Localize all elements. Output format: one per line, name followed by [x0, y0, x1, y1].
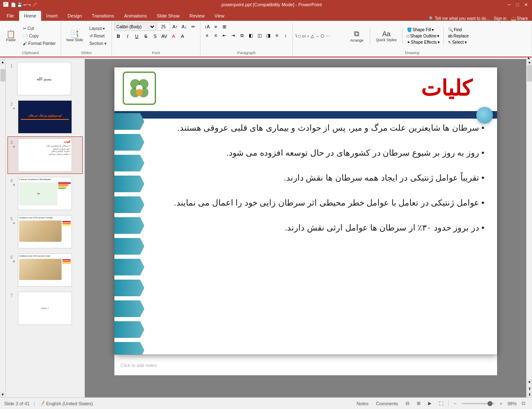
font-color-button[interactable]: A: [169, 32, 178, 40]
select-button[interactable]: ↖ Select ▾: [447, 40, 470, 45]
tab-home[interactable]: Home: [19, 11, 41, 21]
panel-scroll-up[interactable]: ▲: [0, 59, 6, 65]
indent-more-button[interactable]: ⇥: [229, 31, 238, 40]
notes-status-btn[interactable]: Notes: [354, 400, 371, 407]
tab-review[interactable]: Review: [185, 11, 210, 21]
select-dropdown-icon[interactable]: ▾: [465, 40, 467, 45]
col-button[interactable]: ⧉: [238, 31, 246, 40]
section-button[interactable]: Section ▾: [87, 40, 109, 47]
find-button[interactable]: 🔍 Find: [447, 27, 470, 32]
scroll-thumb[interactable]: [527, 65, 532, 82]
panel-scroll-thumb[interactable]: [0, 69, 5, 82]
scroll-page-up-btn[interactable]: ⬆: [527, 386, 532, 392]
layout-button[interactable]: Layout ▾: [87, 25, 109, 32]
slide-item-2[interactable]: 2 ★ اپیدمیولوژی و ژنتیک سرطان: [7, 98, 83, 136]
zoom-thumb[interactable]: [487, 401, 492, 406]
scroll-up-btn[interactable]: ▲: [527, 59, 532, 65]
shape-line[interactable]: \: [295, 33, 297, 39]
shape-outline-dropdown-icon[interactable]: ▾: [437, 34, 439, 38]
notes-area[interactable]: Click to add notes: [114, 354, 497, 375]
shape-more[interactable]: ⋯: [325, 33, 330, 39]
clear-format-button[interactable]: ✏: [189, 22, 198, 31]
shape-pentagon[interactable]: ⬠: [320, 33, 325, 39]
slide-item-7[interactable]: 7 Slide 7: [7, 290, 83, 327]
slide-item-4[interactable]: 4 ★ Cancer Incidence Worldwide 🗺: [7, 175, 83, 212]
restore-btn[interactable]: □: [515, 2, 520, 7]
font-family-select[interactable]: Calibri (Body): [114, 22, 156, 31]
format-painter-button[interactable]: 🖌 Format Painter: [20, 40, 58, 47]
slideshow-btn[interactable]: ⛶: [436, 400, 446, 407]
zoom-slider[interactable]: [462, 403, 495, 404]
zoom-out-btn[interactable]: −: [451, 400, 459, 407]
line-spacing-button[interactable]: ↕: [282, 31, 290, 40]
minimize-btn[interactable]: ─: [506, 2, 512, 7]
shape-fill-dropdown-icon[interactable]: ▾: [432, 27, 434, 32]
italic-button[interactable]: I: [124, 32, 132, 40]
cut-button[interactable]: ✂ Cut: [20, 25, 58, 32]
slide-item-5[interactable]: 5 ★ Incidence rate of All cancers Female: [7, 213, 83, 250]
underline-button[interactable]: U: [133, 32, 141, 40]
normal-view-btn[interactable]: ⊟: [403, 400, 412, 407]
tab-slideshow[interactable]: Slide Show: [152, 11, 185, 21]
align-text-button[interactable]: ≡: [212, 22, 220, 31]
panel-scroll[interactable]: ▲ ▼: [0, 59, 6, 397]
slide-item-6[interactable]: 6 ★ Incidence rate of All cancers male: [7, 251, 83, 289]
new-slide-button[interactable]: 📑 New Slide: [64, 29, 86, 44]
scroll-page-down-btn[interactable]: ⬇: [527, 392, 532, 397]
tab-transitions[interactable]: Transitions: [87, 11, 119, 21]
text-highlight-button[interactable]: A: [178, 32, 187, 40]
font-size-input[interactable]: [157, 22, 170, 31]
slide-item-1[interactable]: 1 بسم الله: [7, 60, 83, 97]
slide-sorter-btn[interactable]: ⊞: [414, 400, 423, 407]
copy-button[interactable]: 📄 Copy: [20, 32, 58, 40]
quick-styles-button[interactable]: Aa Quick Styles: [373, 29, 400, 44]
list-bullets-button[interactable]: ≡: [203, 31, 211, 40]
arrange-button[interactable]: ⧉ Arrange: [346, 28, 367, 44]
scroll-down-btn[interactable]: ▼: [527, 379, 532, 385]
zoom-in-btn[interactable]: +: [497, 400, 505, 407]
slide-canvas[interactable]: کلیات: [114, 67, 497, 354]
fit-slide-btn[interactable]: ⊡: [519, 400, 528, 407]
tab-animations[interactable]: Animations: [119, 11, 151, 21]
vertical-scrollbar[interactable]: ▲ ▼ ⬆ ⬇: [526, 59, 532, 397]
tab-file[interactable]: File: [2, 11, 19, 21]
slide-item-3[interactable]: 3 ★ کلیات • سرطان ها شایعترین علت • روز …: [7, 136, 83, 174]
bold-button[interactable]: B: [114, 32, 123, 40]
tab-view[interactable]: View: [210, 11, 230, 21]
shape-outline-button[interactable]: □ Shape Outline ▾: [406, 33, 441, 39]
tab-insert[interactable]: Insert: [41, 11, 63, 21]
panel-scroll-down[interactable]: ▼: [0, 392, 6, 397]
window-controls[interactable]: ─ □ ✕: [506, 2, 529, 7]
list-numbers-button[interactable]: ≡: [212, 31, 220, 40]
align-right-button[interactable]: ◨: [264, 31, 272, 40]
shape-triangle[interactable]: △: [310, 33, 314, 39]
shape-rounded-rect[interactable]: ▭: [302, 33, 306, 39]
close-btn[interactable]: ✕: [523, 2, 529, 7]
comments-status-btn[interactable]: Comments: [374, 400, 401, 407]
paste-button[interactable]: 📋 Paste: [2, 29, 19, 44]
align-left-button[interactable]: ◧: [247, 31, 255, 40]
tell-me-box[interactable]: 🔍 Tell me what you want to do...: [429, 16, 490, 21]
shape-arrow-right[interactable]: →: [315, 33, 320, 39]
indent-less-button[interactable]: ⇤: [220, 31, 229, 40]
justify-button[interactable]: ≡: [273, 31, 281, 40]
convert-smartart-button[interactable]: ⊞: [220, 22, 229, 31]
shape-effects-button[interactable]: ✦ Shape Effects ▾: [406, 40, 441, 45]
strikethrough-button[interactable]: S̶: [142, 32, 150, 40]
tab-design[interactable]: Design: [63, 11, 87, 21]
sign-in-btn[interactable]: Sign in: [494, 16, 507, 21]
shape-rect[interactable]: □: [298, 33, 301, 39]
align-center-button[interactable]: ◫: [255, 31, 264, 40]
replace-button[interactable]: ab Replace: [447, 33, 470, 39]
shape-fill-button[interactable]: 🪣 Shape Fill ▾: [406, 27, 441, 32]
reset-button[interactable]: ↺ Reset: [87, 32, 109, 40]
shape-effects-dropdown-icon[interactable]: ▾: [438, 40, 440, 45]
share-btn[interactable]: 📤 Share: [511, 16, 528, 21]
shadow-button[interactable]: S: [151, 32, 159, 40]
reading-view-btn[interactable]: ▶: [426, 400, 434, 407]
font-shrink-button[interactable]: A↓: [180, 22, 188, 31]
char-spacing-button[interactable]: AV: [160, 32, 168, 40]
shape-oval[interactable]: ○: [307, 33, 310, 39]
text-direction-button[interactable]: ↕A: [203, 22, 211, 31]
font-grow-button[interactable]: A↑: [171, 22, 179, 31]
